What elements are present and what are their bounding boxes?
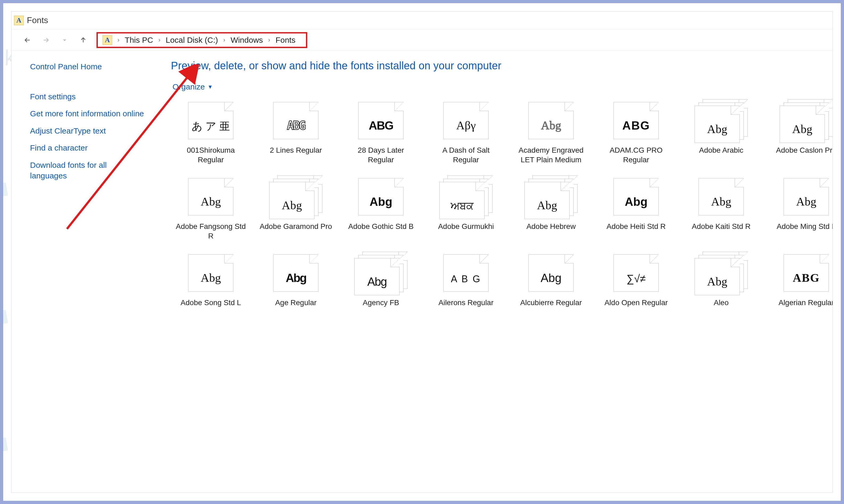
titlebar: A Fonts — [12, 12, 832, 30]
font-item[interactable]: AbgAdobe Ming Std L — [767, 176, 832, 241]
font-sample: Abg — [784, 196, 829, 208]
recent-locations-button[interactable] — [59, 35, 70, 46]
font-item[interactable]: A B GAilerons Regular — [426, 252, 506, 307]
breadcrumb-item[interactable]: Local Disk (C:) — [166, 36, 218, 44]
font-label: Aldo Open Regular — [604, 298, 668, 307]
font-item[interactable]: あ ア 亜001Shirokuma Regular — [171, 99, 251, 165]
font-sample: Abg — [188, 196, 233, 208]
font-item[interactable]: ∑√≠Aldo Open Regular — [596, 252, 676, 307]
font-sample: Abg — [270, 200, 314, 211]
font-item[interactable]: ΑβγA Dash of Salt Regular — [426, 99, 506, 165]
font-sample: Abg — [780, 124, 825, 135]
font-sample: ABG — [614, 120, 658, 131]
chevron-right-icon: › — [158, 37, 160, 43]
sidebar-link-find-character[interactable]: Find a character — [30, 143, 144, 154]
font-item[interactable]: ABG2 Lines Regular — [256, 99, 336, 165]
font-thumbnail: Abg — [184, 176, 237, 218]
breadcrumb-item[interactable]: Fonts — [275, 36, 295, 44]
font-sample: ABG — [784, 272, 829, 284]
font-label: Alcubierre Regular — [520, 298, 582, 307]
font-label: Adobe Fangsong Std R — [174, 222, 248, 241]
font-item[interactable]: AbgAleo — [681, 252, 761, 307]
font-item[interactable]: ABG28 Days Later Regular — [341, 99, 421, 165]
font-item[interactable]: AbgAdobe Hebrew — [511, 176, 591, 241]
font-item[interactable]: ਅਬਕAdobe Gurmukhi — [426, 176, 506, 241]
chevron-right-icon: › — [223, 37, 225, 43]
font-item[interactable]: AbgAlcubierre Regular — [511, 252, 591, 307]
breadcrumb-item[interactable]: Windows — [230, 36, 263, 44]
font-label: ADAM.CG PRO Regular — [599, 145, 673, 165]
font-thumbnail: ਅਬਕ — [440, 176, 493, 218]
forward-button[interactable] — [41, 35, 51, 46]
font-thumbnail: Abg — [524, 252, 578, 294]
font-thumbnail: Αβγ — [440, 99, 493, 142]
nav-row: A › This PC › Local Disk (C:) › Windows … — [12, 30, 832, 51]
address-bar[interactable]: A › This PC › Local Disk (C:) › Windows … — [97, 32, 307, 48]
font-item[interactable]: AbgAdobe Heiti Std R — [596, 176, 676, 241]
font-sample: Abg — [188, 272, 233, 284]
font-thumbnail: Abg — [184, 252, 237, 294]
page-title: Preview, delete, or show and hide the fo… — [171, 60, 825, 72]
font-label: Adobe Gothic Std B — [348, 222, 414, 231]
explorer-window: A Fonts A › This PC › Local Disk (C:) › … — [11, 11, 833, 493]
font-item[interactable]: AbgAge Regular — [256, 252, 336, 307]
font-sample: ABG — [274, 120, 318, 131]
font-item[interactable]: AbgAdobe Song Std L — [171, 252, 251, 307]
sidebar-link-more-font-info[interactable]: Get more font information online — [30, 108, 144, 119]
font-thumbnail: Abg — [269, 252, 323, 294]
up-button[interactable] — [78, 35, 88, 46]
font-thumbnail: Abg — [354, 252, 408, 294]
font-thumbnail: Abg — [524, 176, 578, 218]
sidebar-link-font-settings[interactable]: Font settings — [30, 91, 144, 102]
chevron-right-icon: › — [118, 37, 119, 43]
font-thumbnail: Abg — [694, 176, 748, 218]
font-label: Age Regular — [275, 298, 316, 307]
font-thumbnail: ABG — [269, 99, 323, 142]
font-item[interactable]: AbgAdobe Fangsong Std R — [171, 176, 251, 241]
font-sample: Αβγ — [444, 120, 488, 131]
sidebar-link-cleartype[interactable]: Adjust ClearType text — [30, 126, 144, 137]
font-item[interactable]: ABGAlgerian Regular — [767, 252, 832, 307]
font-grid: あ ア 亜001Shirokuma RegularABG2 Lines Regu… — [171, 99, 825, 307]
font-label: 2 Lines Regular — [270, 145, 322, 155]
font-thumbnail: Abg — [609, 176, 663, 218]
font-item[interactable]: AbgAdobe Garamond Pro — [256, 176, 336, 241]
organize-label: Organize — [173, 82, 205, 91]
organize-menu[interactable]: Organize ▼ — [171, 82, 825, 91]
font-label: Adobe Hebrew — [526, 222, 575, 231]
font-thumbnail: Abg — [694, 252, 748, 294]
font-label: A Dash of Salt Regular — [429, 145, 503, 165]
font-item[interactable]: ABGADAM.CG PRO Regular — [596, 99, 676, 165]
font-label: Adobe Kaiti Std R — [692, 222, 751, 231]
font-sample: A B G — [444, 274, 488, 284]
window-body: Control Panel Home Font settings Get mor… — [12, 51, 832, 492]
font-sample: Abg — [525, 200, 569, 211]
font-thumbnail: ABG — [609, 99, 663, 142]
font-label: 28 Days Later Regular — [344, 145, 418, 165]
font-thumbnail: Abg — [269, 176, 323, 218]
font-label: Adobe Caslon Pro — [776, 145, 832, 155]
font-item[interactable]: AbgAdobe Arabic — [681, 99, 761, 165]
back-button[interactable] — [22, 35, 33, 46]
chevron-down-icon: ▼ — [208, 84, 213, 90]
font-label: Adobe Garamond Pro — [260, 222, 332, 231]
font-thumbnail: ABG — [780, 252, 832, 294]
font-sample: Abg — [695, 124, 740, 135]
sidebar-link-download-fonts[interactable]: Download fonts for all languages — [30, 160, 144, 181]
font-thumbnail: Abg — [780, 99, 832, 142]
font-item[interactable]: AbgAgency FB — [341, 252, 421, 307]
font-thumbnail: Abg — [524, 99, 578, 142]
font-item[interactable]: AbgAdobe Kaiti Std R — [681, 176, 761, 241]
sidebar-link-control-panel-home[interactable]: Control Panel Home — [30, 61, 144, 72]
font-label: Adobe Song Std L — [180, 298, 241, 307]
font-sample: ਅਬਕ — [440, 201, 484, 211]
font-label: Adobe Heiti Std R — [607, 222, 666, 231]
font-sample: Abg — [614, 196, 658, 208]
font-item[interactable]: AbgAcademy Engraved LET Plain Medium — [511, 99, 591, 165]
sidebar: Control Panel Home Font settings Get mor… — [12, 51, 160, 492]
breadcrumb-item[interactable]: This PC — [125, 36, 153, 44]
font-item[interactable]: AbgAdobe Caslon Pro — [767, 99, 832, 165]
font-thumbnail: A B G — [440, 252, 493, 294]
font-sample: Abg — [359, 196, 403, 208]
font-item[interactable]: AbgAdobe Gothic Std B — [341, 176, 421, 241]
